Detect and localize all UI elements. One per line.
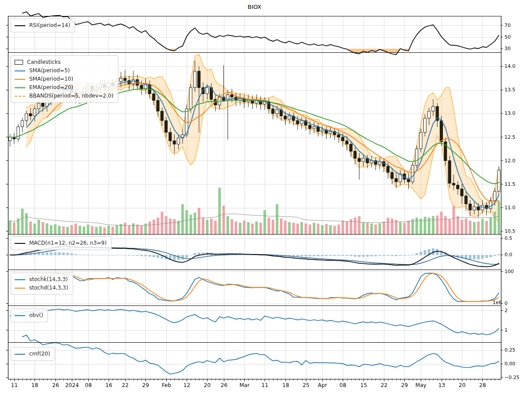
legend-item: Candlesticks — [15, 58, 113, 66]
legend-label: stochd(14,3,3) — [29, 284, 68, 292]
line-swatch-icon — [15, 25, 25, 26]
legend-label: Candlesticks — [27, 58, 61, 66]
legend-label: RSI(period=14) — [29, 21, 70, 30]
legend-label: stochk(14,3,3) — [29, 275, 68, 284]
legend-item: stochk(14,3,3) — [15, 275, 68, 284]
legend-obv: obv() — [11, 309, 48, 322]
legend-item: cmf(20) — [15, 350, 50, 358]
legend-label: cmf(20) — [29, 350, 50, 358]
legend-stoch: stochk(14,3,3) stochd(14,3,3) — [11, 273, 73, 295]
legend-item: EMA(period=20) — [15, 83, 113, 92]
legend-item: stochd(14,3,3) — [15, 284, 68, 292]
legend-label: obv() — [29, 311, 43, 320]
legend-label: SMA(period=5) — [29, 66, 70, 75]
legend-item: obv() — [15, 311, 43, 320]
legend-label: BBANDS(period=5, nbdev=2.0) — [29, 92, 113, 100]
legend-item: SMA(period=5) — [15, 66, 113, 75]
line-swatch-icon — [15, 70, 25, 71]
line-swatch-icon — [15, 354, 25, 355]
legend-label: EMA(period=20) — [29, 83, 73, 92]
legend-price: Candlesticks SMA(period=5) SMA(period=10… — [11, 55, 118, 103]
legend-item: MACD(n1=12, n2=26, n3=9) — [15, 239, 107, 247]
legend-label: SMA(period=10) — [29, 75, 73, 83]
line-swatch-icon — [15, 87, 25, 88]
candlestick-swatch-icon — [15, 60, 23, 65]
line-swatch-icon — [15, 79, 25, 80]
legend-item: SMA(period=10) — [15, 75, 113, 83]
legend-rsi: RSI(period=14) — [11, 19, 75, 32]
legend-cmf: cmf(20) — [11, 347, 55, 361]
legend-label: MACD(n1=12, n2=26, n3=9) — [29, 239, 107, 247]
line-swatch-icon — [15, 288, 25, 289]
legend-item: BBANDS(period=5, nbdev=2.0) — [15, 92, 113, 100]
legend-item: RSI(period=14) — [15, 21, 70, 30]
legend-macd: MACD(n1=12, n2=26, n3=9) — [11, 236, 112, 250]
line-swatch-icon — [15, 279, 25, 280]
dashed-line-swatch-icon — [15, 96, 25, 97]
line-swatch-icon — [15, 243, 25, 244]
chart: BIOX RSI(period=14) Candlesticks SMA(per… — [0, 0, 532, 399]
line-swatch-icon — [15, 315, 25, 316]
